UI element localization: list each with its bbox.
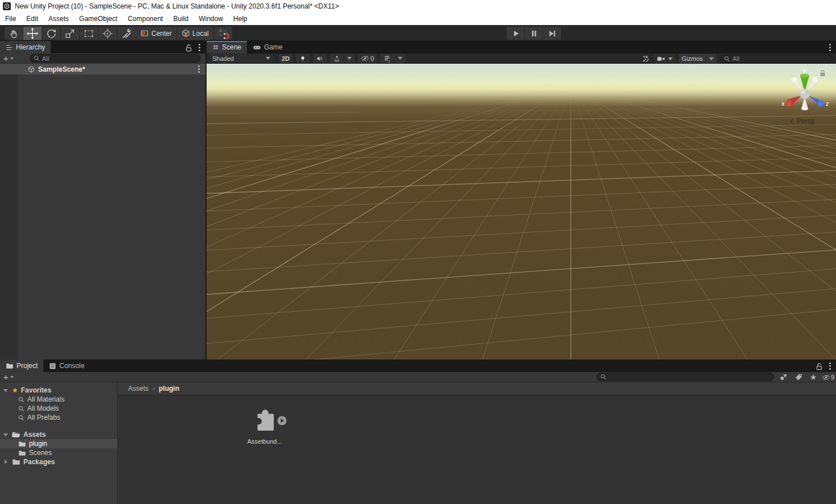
menu-bar: File Edit Assets GameObject Component Bu… <box>0 13 836 25</box>
hierarchy-scene-row[interactable]: SampleScene* <box>0 64 205 75</box>
tab-game[interactable]: Game <box>247 41 289 53</box>
scale-tool-button[interactable] <box>61 27 80 40</box>
move-tool-button[interactable] <box>23 27 42 40</box>
move-icon <box>26 27 39 40</box>
tree-all-materials[interactable]: All Materials <box>0 395 117 404</box>
menu-assets[interactable]: Assets <box>43 13 74 25</box>
effects-icon <box>333 55 341 63</box>
tab-hierarchy[interactable]: Hierarchy <box>0 41 51 53</box>
scene-viewport[interactable]: y x z Persp <box>207 64 836 360</box>
unity-logo-icon <box>3 2 11 10</box>
hierarchy-search-input[interactable]: All <box>30 54 201 63</box>
scene-grid-visibility-button[interactable]: y <box>380 54 395 63</box>
title-bar: New Unity Project (10) - SampleScene - P… <box>0 0 836 13</box>
favorites-filter-button[interactable]: ★ <box>806 372 821 382</box>
search-by-type-button[interactable] <box>776 372 791 382</box>
gizmo-lock-icon[interactable] <box>819 69 826 77</box>
tree-favorites[interactable]: ★ Favorites <box>0 386 117 395</box>
hidden-packages-button[interactable]: 9 <box>821 372 835 382</box>
hand-icon <box>7 27 20 40</box>
hierarchy-menu-kebab[interactable] <box>199 47 200 48</box>
play-badge-icon <box>277 416 287 425</box>
tab-project[interactable]: Project <box>0 360 43 372</box>
breadcrumb-assets[interactable]: Assets <box>128 385 149 393</box>
hidden-count-label: 0 <box>370 55 374 62</box>
scene-tools-icon[interactable] <box>641 55 650 63</box>
hierarchy-content[interactable] <box>0 75 205 360</box>
gizmos-dropdown[interactable]: Gizmos <box>679 54 716 63</box>
folder-icon <box>6 362 14 369</box>
unlock-icon[interactable] <box>815 362 823 370</box>
search-icon <box>18 396 24 403</box>
search-by-label-button[interactable] <box>791 372 806 382</box>
menu-file[interactable]: File <box>0 13 21 25</box>
shading-mode-value: Shaded <box>212 55 234 62</box>
shading-mode-dropdown[interactable]: Shaded <box>209 54 273 63</box>
pivot-center-label: Center <box>151 30 172 38</box>
project-menu-kebab[interactable] <box>829 365 831 367</box>
grid-snap-button[interactable] <box>215 27 232 40</box>
project-add-button[interactable]: + <box>3 373 14 381</box>
tab-scene-label: Scene <box>222 43 241 51</box>
hand-tool-button[interactable] <box>5 27 23 40</box>
tree-scenes[interactable]: Scenes <box>0 448 117 457</box>
eye-slash-icon <box>361 55 369 62</box>
scene-grid-dropdown[interactable] <box>395 54 405 63</box>
custom-tools-button[interactable] <box>117 27 136 40</box>
scene-effects-button[interactable] <box>330 54 344 63</box>
pivot-center-button[interactable]: Center <box>136 27 177 40</box>
scene-effects-dropdown[interactable] <box>344 54 355 63</box>
unlock-icon[interactable] <box>184 43 193 52</box>
step-button[interactable] <box>543 27 561 40</box>
hierarchy-add-button[interactable]: + <box>3 54 14 63</box>
tab-console[interactable]: Console <box>43 360 90 372</box>
breadcrumb-plugin[interactable]: plugin <box>159 385 179 393</box>
tree-all-models[interactable]: All Models <box>0 404 117 413</box>
tree-plugin-selected[interactable]: plugin <box>0 439 117 448</box>
tree-assets[interactable]: Assets <box>0 430 117 439</box>
project-tree: ★ Favorites All Materials All Models All… <box>0 382 118 504</box>
transform-tool-button[interactable] <box>98 27 117 40</box>
console-icon <box>49 362 56 370</box>
tree-all-prefabs[interactable]: All Prefabs <box>0 413 117 422</box>
play-button[interactable] <box>506 27 525 40</box>
asset-grid[interactable]: Assetbund... <box>118 395 836 504</box>
tree-packages[interactable]: Packages <box>0 457 117 466</box>
scene-lighting-button[interactable] <box>296 54 310 63</box>
menu-window[interactable]: Window <box>193 13 228 25</box>
scene-menu-kebab[interactable] <box>829 47 831 48</box>
axis-z-label: z <box>826 100 829 107</box>
pause-button[interactable] <box>525 27 543 40</box>
hidden-objects-button[interactable]: 0 <box>358 54 377 63</box>
plugin-puzzle-icon <box>252 407 278 433</box>
rect-tool-button[interactable] <box>80 27 98 40</box>
search-icon <box>600 374 607 380</box>
search-by-type-icon <box>779 373 788 381</box>
2d-toggle-button[interactable]: 2D <box>279 54 293 63</box>
scene-audio-button[interactable] <box>313 54 327 63</box>
axis-y-label: y <box>803 67 806 73</box>
folder-icon <box>12 458 20 465</box>
lightbulb-icon <box>299 55 307 63</box>
hidden-packages-count: 9 <box>831 374 834 381</box>
menu-help[interactable]: Help <box>228 13 253 25</box>
pivot-local-button[interactable]: Local <box>177 27 213 40</box>
rotate-tool-button[interactable] <box>42 27 61 40</box>
menu-gameobject[interactable]: GameObject <box>74 13 122 25</box>
asset-item-assetbundle[interactable]: Assetbund... <box>246 407 283 445</box>
pivot-local-icon <box>182 29 190 38</box>
favorites-label: Favorites <box>21 386 51 394</box>
perspective-toggle[interactable]: Persp <box>789 117 814 125</box>
eye-slash-icon <box>822 374 830 381</box>
assets-label: Assets <box>23 431 46 439</box>
menu-build[interactable]: Build <box>168 13 193 25</box>
scenes-folder-label: Scenes <box>29 449 52 457</box>
plugin-folder-label: plugin <box>29 440 47 448</box>
menu-edit[interactable]: Edit <box>21 13 43 25</box>
tab-scene[interactable]: Scene <box>207 41 247 53</box>
scene-search-input[interactable]: All <box>720 55 833 63</box>
menu-component[interactable]: Component <box>122 13 168 25</box>
project-search-input[interactable] <box>596 373 774 381</box>
scene-row-kebab[interactable] <box>198 68 200 70</box>
scene-camera-dropdown[interactable] <box>654 54 676 63</box>
